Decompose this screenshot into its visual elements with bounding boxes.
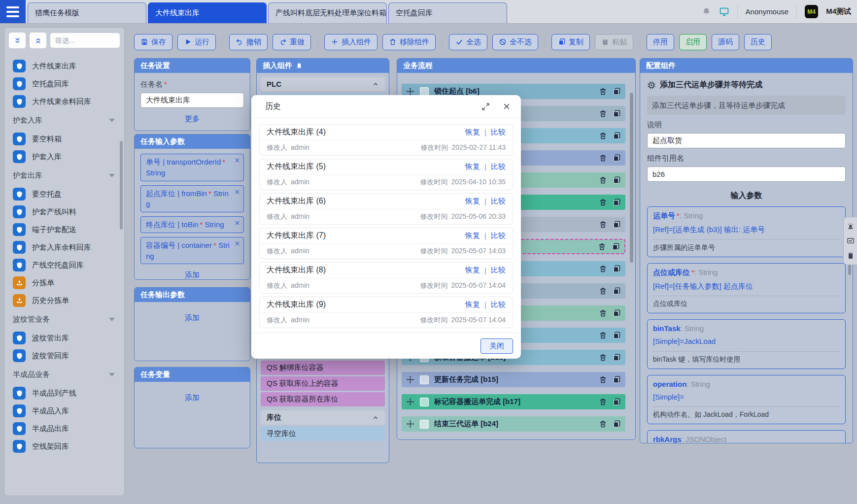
topbar-tab[interactable]: 空托盘回库	[388, 2, 507, 23]
copy-icon[interactable]	[613, 132, 621, 140]
copy-icon[interactable]	[613, 265, 621, 273]
sidebar-group[interactable]: 半成品业务	[6, 365, 122, 384]
delete-icon[interactable]	[599, 309, 607, 317]
sidebar-item[interactable]: 半成品到产线	[6, 384, 122, 402]
delete-icon[interactable]	[599, 198, 607, 206]
compare-link[interactable]: 比较	[491, 162, 506, 171]
sidebar-item[interactable]: 空线架回库	[6, 437, 122, 455]
delete-icon[interactable]	[599, 220, 607, 229]
input-param-chip[interactable]: 起点库位 | fromBin* String	[140, 185, 244, 213]
compare-link[interactable]: 比较	[491, 197, 506, 206]
sidebar-item[interactable]: 分拣单	[6, 274, 122, 292]
copy-icon[interactable]	[613, 420, 621, 428]
delete-icon[interactable]	[599, 132, 607, 140]
delete-icon[interactable]	[599, 398, 607, 406]
compare-link[interactable]: 比较	[491, 128, 506, 137]
sidebar-item[interactable]: 护套入库余料回库	[6, 238, 122, 256]
add-input-param-link[interactable]: 添加	[140, 270, 244, 280]
expand-icon[interactable]	[481, 102, 490, 111]
copy-icon[interactable]	[613, 353, 621, 362]
delete-icon[interactable]	[599, 154, 607, 162]
delete-icon[interactable]	[599, 176, 607, 184]
topbar-tab[interactable]: 产线叫料底层无料处理单深位料箱	[268, 2, 387, 23]
remove-chip-icon[interactable]	[234, 220, 240, 226]
flow-row[interactable]: 更新任务完成 [b15]	[402, 372, 625, 387]
sidebar-item[interactable]: 半成品出库	[6, 420, 122, 437]
topbar-tab[interactable]: 大件线束出库	[148, 2, 267, 23]
sidebar-group[interactable]: 护套出库	[6, 166, 122, 185]
drag-handle-icon[interactable]	[406, 398, 414, 406]
select-none-button[interactable]: 全不选	[492, 34, 538, 50]
note-input[interactable]	[647, 133, 846, 148]
expand-all-button[interactable]	[29, 32, 47, 49]
source-button[interactable]: 源码	[712, 34, 739, 50]
copy-icon[interactable]	[613, 87, 621, 96]
add-variable-link[interactable]: 添加	[140, 393, 244, 403]
undo-button[interactable]: 撤销	[229, 34, 268, 50]
alarm-icon[interactable]	[847, 222, 855, 230]
sidebar-item[interactable]: 空托盘回库	[6, 75, 122, 93]
compare-link[interactable]: 比较	[491, 266, 506, 275]
input-param-chip[interactable]: 单号 | transportOrderId* String	[140, 154, 244, 181]
section-header[interactable]: PLC	[261, 77, 385, 91]
row-checkbox[interactable]	[420, 87, 429, 96]
copy-icon[interactable]	[613, 331, 621, 339]
restore-link[interactable]: 恢复	[465, 266, 480, 275]
component-item[interactable]: 寻空库位	[261, 427, 385, 441]
delete-icon[interactable]	[599, 420, 607, 428]
task-name-input[interactable]	[140, 93, 244, 108]
delete-icon[interactable]	[599, 375, 607, 384]
delete-icon[interactable]	[599, 109, 607, 118]
close-icon[interactable]	[502, 102, 511, 111]
sidebar-item[interactable]: 半成品入库	[6, 402, 122, 420]
restore-link[interactable]: 恢复	[465, 162, 480, 171]
restore-link[interactable]: 恢复	[465, 300, 480, 309]
copy-icon[interactable]	[613, 375, 621, 384]
drag-handle-icon[interactable]	[406, 420, 414, 428]
restore-link[interactable]: 恢复	[465, 231, 480, 240]
add-output-param-link[interactable]: 添加	[140, 313, 244, 323]
copy-icon[interactable]	[613, 154, 621, 162]
flow-row[interactable]: 结束三代运单 [b24]	[402, 416, 625, 432]
sidebar-item[interactable]: 波纹管回库	[6, 347, 122, 365]
run-button[interactable]: 运行	[177, 34, 216, 50]
copy-icon[interactable]	[613, 220, 621, 229]
input-param-chip[interactable]: 容器编号 | container* String	[140, 237, 244, 265]
delete-icon[interactable]	[599, 265, 607, 273]
sidebar-group[interactable]: 护套入库	[6, 110, 122, 130]
copy-icon[interactable]	[613, 109, 621, 118]
bell-icon[interactable]	[702, 7, 711, 16]
drag-handle-icon[interactable]	[406, 375, 414, 384]
remove-chip-icon[interactable]	[234, 240, 240, 247]
sidebar-item[interactable]: 护套产线叫料	[6, 203, 122, 221]
sidebar-scrollbar[interactable]	[120, 141, 123, 230]
paste-button[interactable]: 粘贴	[595, 34, 633, 50]
redo-button[interactable]: 重做	[273, 34, 311, 50]
collapse-all-button[interactable]	[8, 32, 26, 49]
sidebar-item[interactable]: 护套入库	[6, 148, 122, 166]
select-all-button[interactable]: 全选	[449, 34, 487, 50]
history-button[interactable]: 历史	[744, 34, 772, 50]
sidebar-item[interactable]: 大件线束出库	[6, 57, 122, 75]
stop-button[interactable]: 停用	[647, 34, 674, 50]
component-item[interactable]: QS 获取容器所在库位	[261, 392, 385, 406]
copy-icon[interactable]	[612, 242, 620, 251]
delete-icon[interactable]	[598, 242, 606, 251]
delete-icon[interactable]	[599, 87, 607, 96]
row-checkbox[interactable]	[420, 375, 429, 384]
row-checkbox[interactable]	[420, 420, 429, 429]
row-checkbox[interactable]	[420, 398, 429, 406]
section-header[interactable]: 库位	[261, 410, 385, 425]
input-param-chip[interactable]: 终点库位 | toBin* String	[140, 216, 244, 233]
filter-input[interactable]	[50, 33, 120, 48]
copy-icon[interactable]	[613, 398, 621, 406]
sidebar-item[interactable]: 要空托盘	[6, 185, 122, 203]
enable-button[interactable]: 启用	[679, 34, 707, 50]
delete-icon[interactable]	[599, 287, 607, 295]
sidebar-item[interactable]: 要空料箱	[6, 130, 122, 148]
username[interactable]: Anonymouse	[746, 7, 789, 16]
component-item[interactable]: QS 解绑库位容器	[261, 361, 385, 375]
compare-link[interactable]: 比较	[491, 231, 506, 240]
drag-handle-icon[interactable]	[406, 87, 414, 96]
param-card[interactable]: 运单号*: String[Ref]=[运单生成 (b3)] 输出: 运单号步骤所…	[647, 206, 846, 257]
